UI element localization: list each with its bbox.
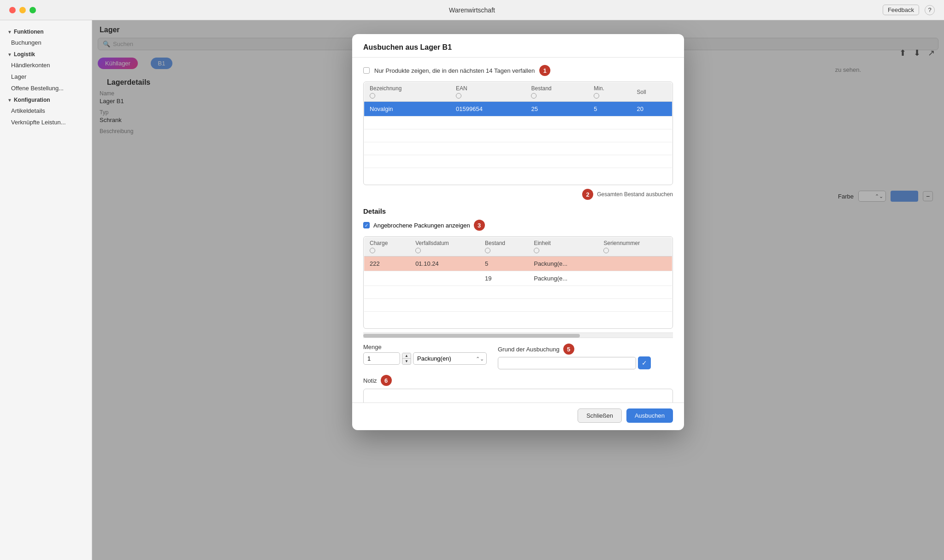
sidebar-item-artikeldetails[interactable]: Artikeldetails (0, 105, 92, 117)
col-einheit-radio[interactable] (534, 248, 539, 253)
cell-bestand2: 19 (479, 271, 528, 286)
stepper-down-button[interactable]: ▼ (402, 359, 411, 364)
col-seriennummer-label: Seriennummer (603, 240, 640, 246)
maximize-button[interactable] (30, 7, 36, 13)
sidebar-item-lager[interactable]: Lager (0, 71, 92, 82)
scrollbar-thumb[interactable] (363, 334, 580, 338)
chevron-down-icon: ▼ (7, 29, 12, 35)
col-min-radio[interactable] (594, 93, 599, 99)
grund-confirm-button[interactable]: ✓ (638, 356, 651, 369)
badge-2: 2 (582, 189, 593, 200)
details-header: Details (363, 207, 673, 215)
modal-title: Ausbuchen aus Lager B1 (363, 43, 673, 52)
col-bestand-radio[interactable] (531, 93, 537, 99)
horizontal-scrollbar[interactable] (363, 332, 673, 338)
titlebar: Warenwirtschaft Feedback ? (0, 0, 944, 20)
col-bestand2: Bestand (479, 237, 528, 257)
cell-einheit: Packung(e... (528, 257, 598, 271)
chevron-down-icon: ▼ (7, 52, 12, 57)
sidebar-item-buchungen[interactable]: Buchungen (0, 37, 92, 48)
table-row[interactable]: 222 01.10.24 5 Packung(e... (364, 257, 673, 271)
sidebar-item-haendlerkonten[interactable]: Händlerkonten (0, 59, 92, 71)
product-table: Bezeichnung EAN Bestand (364, 82, 673, 181)
table-row-empty (364, 286, 673, 299)
modal-dialog: Ausbuchen aus Lager B1 Nur Produkte zeig… (352, 34, 684, 430)
minimize-button[interactable] (19, 7, 26, 13)
menge-label: Menge (363, 344, 487, 350)
feedback-button[interactable]: Feedback (883, 5, 919, 15)
col-verfallsdatum-label: Verfallsdatum (415, 240, 449, 246)
cell-seriennummer2 (598, 271, 672, 286)
col-ean-label: EAN (456, 85, 467, 92)
table-row-empty (364, 129, 673, 142)
col-charge: Charge (364, 237, 410, 257)
product-table-header-row: Bezeichnung EAN Bestand (364, 82, 673, 102)
angebrochene-row: ✓ Angebrochene Packungen anzeigen 3 (363, 220, 673, 231)
col-bestand: Bestand (525, 82, 588, 102)
cell-bezeichnung: Novalgin (364, 102, 451, 117)
filter-row: Nur Produkte zeigen, die in den nächsten… (363, 65, 673, 76)
gesamten-bestand-button[interactable]: Gesamten Bestand ausbuchen (597, 189, 673, 200)
stepper-up-button[interactable]: ▲ (402, 353, 411, 359)
table-row-empty (364, 312, 673, 325)
col-bestand2-label: Bestand (485, 240, 505, 246)
close-button[interactable] (9, 7, 16, 13)
gesamten-row: 2 Gesamten Bestand ausbuchen (363, 189, 673, 200)
ausbuchen-button[interactable]: Ausbuchen (626, 408, 673, 423)
col-seriennummer-radio[interactable] (603, 248, 609, 253)
grund-group: Grund der Ausbuchung 5 ✓ (498, 344, 673, 369)
app-title: Warenwirtschaft (449, 6, 495, 14)
packungen-select-wrapper: Packung(en) ⌃⌄ (413, 352, 487, 365)
details-table-wrapper: Charge Verfallsdatum Bestand (363, 236, 673, 329)
col-bestand2-radio[interactable] (485, 248, 490, 253)
cell-charge: 222 (364, 257, 410, 271)
col-charge-radio[interactable] (370, 248, 375, 253)
cell-bestand: 5 (479, 257, 528, 271)
cell-bestand: 25 (525, 102, 588, 117)
table-row[interactable]: 19 Packung(e... (364, 271, 673, 286)
grund-input[interactable] (498, 357, 636, 369)
col-verfallsdatum-radio[interactable] (415, 248, 421, 253)
menge-stepper: ▲ ▼ (402, 353, 411, 365)
sidebar-item-offene-bestellung[interactable]: Offene Bestellung... (0, 82, 92, 94)
menge-input[interactable] (363, 352, 400, 365)
table-row[interactable]: Novalgin 01599654 25 5 20 (364, 102, 673, 117)
sidebar-item-verknuepfte[interactable]: Verknüpfte Leistun... (0, 117, 92, 128)
sidebar: ▼ Funktionen Buchungen ▼ Logistik Händle… (0, 20, 92, 560)
col-ean-radio[interactable] (456, 93, 461, 99)
app-body: ▼ Funktionen Buchungen ▼ Logistik Händle… (0, 20, 944, 560)
angebrochene-checkbox[interactable]: ✓ (363, 222, 370, 228)
help-button[interactable]: ? (925, 5, 935, 15)
badge-3: 3 (474, 220, 485, 231)
col-min: Min. (588, 82, 631, 102)
col-bezeichnung-label: Bezeichnung (370, 85, 401, 92)
badge-1: 1 (539, 65, 550, 76)
modal-header: Ausbuchen aus Lager B1 (352, 34, 684, 58)
notiz-textarea[interactable] (363, 389, 673, 402)
grund-input-row: ✓ (498, 356, 673, 369)
badge-6: 6 (381, 375, 392, 386)
titlebar-right: Feedback ? (883, 5, 935, 15)
sidebar-section-logistik: ▼ Logistik (0, 48, 92, 59)
chevron-down-icon: ▼ (7, 98, 12, 103)
filter-checkbox[interactable] (363, 67, 370, 74)
col-charge-label: Charge (370, 240, 388, 246)
col-verfallsdatum: Verfallsdatum (410, 237, 479, 257)
badge-5: 5 (563, 344, 574, 355)
window-controls (9, 7, 36, 13)
col-bezeichnung-radio[interactable] (370, 93, 375, 99)
notiz-label: Notiz (363, 377, 377, 384)
schliessen-button[interactable]: Schließen (578, 408, 622, 423)
col-seriennummer: Seriennummer (598, 237, 672, 257)
col-bestand-label: Bestand (531, 85, 551, 92)
table-row-empty (364, 142, 673, 155)
modal-body: Nur Produkte zeigen, die in den nächsten… (352, 58, 684, 402)
cell-ean: 01599654 (450, 102, 525, 117)
product-table-wrapper: Bezeichnung EAN Bestand (363, 82, 673, 185)
col-soll: Soll (631, 82, 673, 102)
col-soll-label: Soll (637, 89, 646, 95)
main-content: Lager 🔍 Suchen Kühllager B1 Lagerdetails… (92, 20, 944, 560)
col-bezeichnung: Bezeichnung (364, 82, 451, 102)
modal-footer: Schließen Ausbuchen (352, 402, 684, 430)
packungen-select[interactable]: Packung(en) (413, 352, 487, 365)
